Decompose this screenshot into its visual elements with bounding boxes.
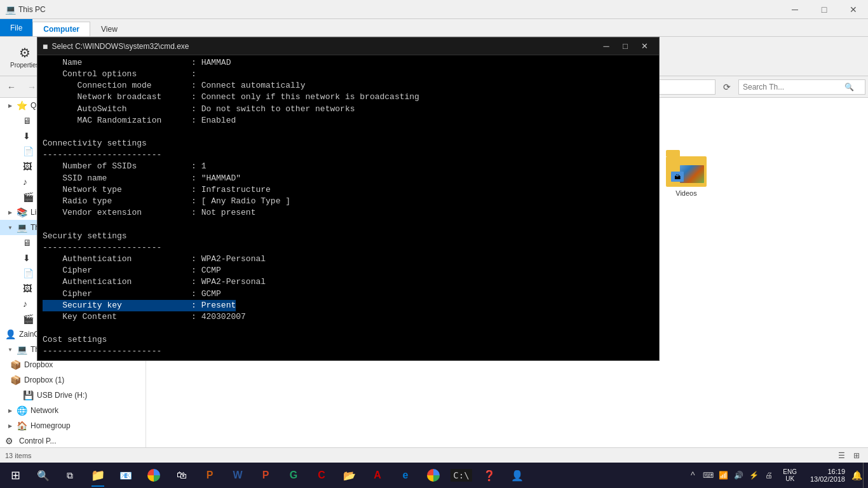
taskbar-app3-button[interactable]: C bbox=[308, 463, 336, 488]
explorer-maximize-button[interactable]: □ bbox=[810, 0, 839, 19]
cmd-close-button[interactable]: ✕ bbox=[635, 39, 654, 54]
explorer-minimize-button[interactable]: ─ bbox=[780, 0, 810, 19]
search-input[interactable] bbox=[743, 83, 844, 92]
explorer-app-icon: 💻 bbox=[5, 4, 16, 15]
cmd-titlebar-left: ■ Select C:\WINDOWS\system32\cmd.exe bbox=[43, 41, 189, 51]
taskbar-app1-button[interactable]: P bbox=[196, 463, 224, 488]
sidebar-item-homegroup[interactable]: ▶ 🏠 Homegroup bbox=[0, 418, 146, 433]
downloads-icon: ⬇ bbox=[23, 131, 33, 141]
ribbon-file-tab[interactable]: File bbox=[0, 19, 32, 36]
cmd-minimize-button[interactable]: ─ bbox=[597, 39, 616, 54]
cmd-line: Cipher : CCMP bbox=[43, 265, 654, 276]
cmd-maximize-button[interactable]: □ bbox=[616, 39, 635, 54]
search-box[interactable]: 🔍 bbox=[738, 79, 865, 95]
view-tiles-button[interactable]: ⊞ bbox=[850, 450, 863, 461]
sidebar-item-usb-drive[interactable]: 💾 USB Drive (H:) bbox=[0, 388, 146, 403]
ribbon-view-tab[interactable]: View bbox=[90, 22, 128, 36]
cmd-line bbox=[43, 126, 654, 138]
user-icon: 👤 bbox=[5, 329, 15, 339]
taskbar-pp-icon: P bbox=[262, 470, 269, 481]
taskbar-cmd-button[interactable]: C:\ bbox=[447, 463, 475, 488]
properties-icon: ⚙ bbox=[19, 45, 31, 60]
sidebar-item-extra[interactable]: ⚙ Control P... bbox=[0, 433, 146, 449]
taskbar: ⊞ 🔍 ⧉ 📁 📧 🛍 P W P G C 📂 A e bbox=[0, 463, 868, 488]
taskbar-clock[interactable]: 16:19 13/02/2018 bbox=[799, 463, 850, 488]
cmd-window: ■ Select C:\WINDOWS\system32\cmd.exe ─ □… bbox=[37, 37, 660, 361]
taskbar-word-button[interactable]: W bbox=[224, 463, 252, 488]
explorer-close-button[interactable]: ✕ bbox=[839, 0, 868, 19]
back-button[interactable]: ← bbox=[3, 78, 20, 96]
taskbar-search-button[interactable]: 🔍 bbox=[31, 463, 56, 488]
task-view-icon: ⧉ bbox=[67, 470, 73, 481]
pictures-pc-icon: 🖼 bbox=[23, 283, 33, 294]
print-icon: 🖨 bbox=[765, 471, 773, 480]
tray-battery-button[interactable]: ⚡ bbox=[747, 463, 760, 488]
taskbar-task-view-button[interactable]: ⧉ bbox=[56, 463, 84, 488]
cmd-line: SSID name : "HAMMAD" bbox=[43, 173, 654, 184]
explorer-title: This PC bbox=[18, 5, 46, 14]
taskbar-explorer-icon: 📁 bbox=[91, 468, 105, 482]
tray-volume-button[interactable]: 🔊 bbox=[732, 463, 745, 488]
view-details-button[interactable]: ☰ bbox=[835, 450, 848, 461]
cmd-line: Control options : bbox=[43, 69, 654, 80]
taskbar-powerpoint-button[interactable]: P bbox=[252, 463, 280, 488]
notification-icon: 🔔 bbox=[851, 470, 862, 480]
documents-icon: 📄 bbox=[23, 146, 33, 156]
music-pc-icon: ♪ bbox=[23, 299, 33, 309]
windows-logo-icon: ⊞ bbox=[11, 468, 20, 482]
wifi-icon: 📶 bbox=[719, 471, 728, 480]
cmd-line: Authentication : WPA2-Personal bbox=[43, 254, 654, 265]
expand-icon-libraries: ▶ bbox=[5, 207, 15, 217]
music-icon: ♪ bbox=[23, 177, 33, 187]
cmd-line: ------------------------ bbox=[43, 346, 654, 357]
tray-notification-button[interactable]: 🔔 bbox=[850, 463, 863, 488]
show-desktop-button[interactable] bbox=[863, 463, 868, 488]
expand-icon-this-pc-2: ▼ bbox=[5, 344, 15, 355]
clock-date: 13/02/2018 bbox=[810, 475, 845, 483]
taskbar-word-icon: W bbox=[233, 470, 242, 481]
taskbar-language[interactable]: ENG UK bbox=[780, 463, 799, 488]
start-button[interactable]: ⊞ bbox=[0, 463, 31, 488]
sidebar-item-network[interactable]: ▶ 🌐 Network bbox=[0, 403, 146, 418]
cmd-titlebar: ■ Select C:\WINDOWS\system32\cmd.exe ─ □… bbox=[37, 37, 659, 55]
taskbar-app2-button[interactable]: G bbox=[280, 463, 308, 488]
ribbon-tabs: File Computer View bbox=[0, 19, 868, 37]
refresh-button[interactable]: ⟳ bbox=[718, 78, 736, 96]
tray-keyboard-button[interactable]: ⌨ bbox=[702, 463, 714, 488]
taskbar-help-button[interactable]: ❓ bbox=[475, 463, 503, 488]
cmd-content[interactable]: Profile information---------------------… bbox=[37, 55, 659, 360]
cmd-line: Connection mode : Connect automatically bbox=[43, 80, 654, 92]
expand-icon-quick-access: ▶ bbox=[5, 100, 15, 111]
taskbar-explorer-button[interactable]: 📁 bbox=[84, 463, 112, 488]
tray-network-button[interactable]: 📶 bbox=[717, 463, 729, 488]
taskbar-app2-icon: G bbox=[290, 470, 297, 481]
videos-file-name: Videos bbox=[675, 189, 696, 197]
pictures-qa-icon: 🖼 bbox=[23, 161, 33, 172]
cmd-line: ------------------------ bbox=[43, 149, 654, 161]
taskbar-people-icon: 👤 bbox=[511, 470, 524, 482]
search-icon: 🔍 bbox=[844, 83, 854, 92]
tray-expand-button[interactable]: ^ bbox=[686, 463, 699, 488]
taskbar-chrome1-button[interactable] bbox=[140, 463, 168, 488]
cmd-line bbox=[43, 323, 654, 334]
taskbar-edge-button[interactable]: e bbox=[391, 463, 419, 488]
taskbar-edge-icon: e bbox=[403, 470, 409, 481]
cmd-highlight-line: Security key : Present bbox=[43, 300, 236, 311]
cmd-line: AutoSwitch : Do not switch to other netw… bbox=[43, 104, 654, 115]
clock-time: 16:19 bbox=[827, 468, 845, 475]
sidebar-item-dropbox2[interactable]: 📦 Dropbox (1) bbox=[0, 372, 146, 388]
taskbar-acrobat-button[interactable]: A bbox=[363, 463, 391, 488]
statusbar-right: ☰ ⊞ bbox=[835, 450, 863, 461]
taskbar-mail-button[interactable]: 📧 bbox=[112, 463, 140, 488]
taskbar-files-button[interactable]: 📂 bbox=[336, 463, 363, 488]
tray-print-button[interactable]: 🖨 bbox=[763, 463, 775, 488]
taskbar-chrome2-button[interactable] bbox=[419, 463, 447, 488]
libraries-icon: 📚 bbox=[17, 207, 27, 217]
cmd-title: Select C:\WINDOWS\system32\cmd.exe bbox=[51, 42, 189, 51]
taskbar-people-button[interactable]: 👤 bbox=[503, 463, 531, 488]
taskbar-store-button[interactable]: 🛍 bbox=[168, 463, 196, 488]
this-pc-2-icon: 💻 bbox=[17, 344, 27, 355]
usb-label: USB Drive (H:) bbox=[37, 391, 87, 400]
ribbon-computer-tab[interactable]: Computer bbox=[32, 22, 90, 36]
file-item-videos[interactable]: 🏔 Videos bbox=[661, 142, 712, 201]
